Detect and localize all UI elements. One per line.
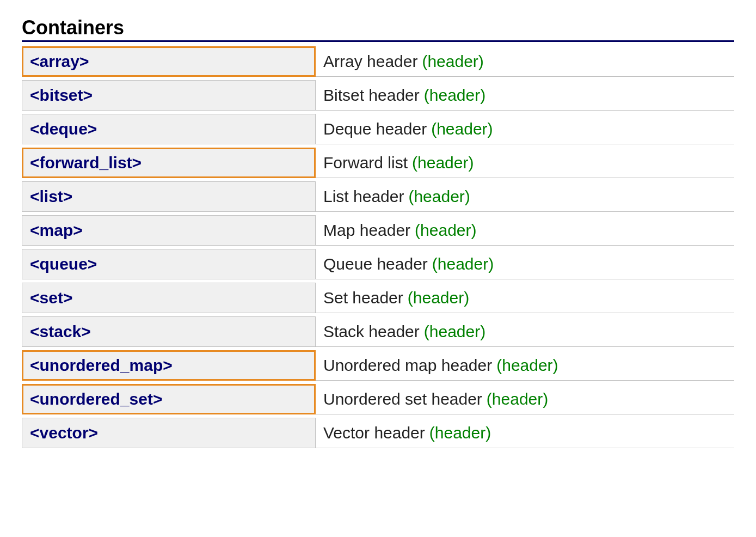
header-name-cell: <queue>: [22, 249, 316, 279]
header-name-cell: <unordered_set>: [22, 384, 316, 414]
table-row: <array>Array header(header): [22, 46, 734, 77]
header-desc-cell: Unordered set header(header): [316, 384, 734, 414]
type-tag: (header): [408, 289, 469, 307]
header-desc: Bitset header: [323, 86, 420, 105]
table-row: <set>Set header(header): [22, 283, 734, 313]
header-link[interactable]: <forward_list>: [30, 154, 142, 172]
header-link[interactable]: <list>: [30, 187, 72, 206]
header-link[interactable]: <bitset>: [30, 86, 93, 105]
header-desc-cell: Queue header(header): [316, 249, 734, 279]
header-desc: Queue header: [323, 255, 428, 273]
header-desc-cell: Deque header(header): [316, 114, 734, 144]
type-tag: (header): [412, 154, 474, 172]
header-desc-cell: Bitset header(header): [316, 80, 734, 111]
table-row: <forward_list>Forward list(header): [22, 148, 734, 178]
type-tag: (header): [415, 221, 476, 240]
header-desc-cell: Unordered map header(header): [316, 350, 734, 381]
type-tag: (header): [408, 187, 470, 206]
type-tag: (header): [431, 120, 493, 138]
header-desc: Set header: [323, 289, 403, 307]
header-desc: List header: [323, 187, 404, 206]
table-row: <map>Map header(header): [22, 215, 734, 246]
table-row: <vector>Vector header(header): [22, 418, 734, 448]
table-row: <deque>Deque header(header): [22, 114, 734, 144]
type-tag: (header): [424, 322, 485, 341]
table-row: <bitset>Bitset header(header): [22, 80, 734, 111]
type-tag: (header): [429, 424, 491, 442]
header-link[interactable]: <set>: [30, 289, 72, 307]
header-link[interactable]: <map>: [30, 221, 83, 240]
header-desc: Forward list: [323, 154, 408, 172]
header-desc-cell: Map header(header): [316, 215, 734, 246]
table-row: <list>List header(header): [22, 181, 734, 212]
header-name-cell: <unordered_map>: [22, 350, 316, 381]
header-desc-cell: Vector header(header): [316, 418, 734, 448]
table-row: <unordered_set>Unordered set header(head…: [22, 384, 734, 414]
header-desc-cell: Set header(header): [316, 283, 734, 313]
header-link[interactable]: <stack>: [30, 322, 91, 341]
header-name-cell: <list>: [22, 181, 316, 212]
type-tag: (header): [496, 356, 558, 375]
type-tag: (header): [432, 255, 494, 273]
header-desc: Vector header: [323, 424, 425, 442]
table-row: <stack>Stack header(header): [22, 316, 734, 347]
header-name-cell: <map>: [22, 215, 316, 246]
table-row: <queue>Queue header(header): [22, 249, 734, 279]
header-link[interactable]: <unordered_map>: [30, 356, 173, 375]
header-link[interactable]: <unordered_set>: [30, 390, 162, 408]
header-desc-cell: Array header(header): [316, 46, 734, 77]
header-desc: Unordered map header: [323, 356, 492, 375]
header-desc-cell: List header(header): [316, 181, 734, 212]
header-desc-cell: Stack header(header): [316, 316, 734, 347]
header-name-cell: <stack>: [22, 316, 316, 347]
header-desc-cell: Forward list(header): [316, 148, 734, 178]
type-tag: (header): [422, 52, 483, 71]
header-desc: Array header: [323, 52, 417, 71]
header-name-cell: <deque>: [22, 114, 316, 144]
header-link[interactable]: <deque>: [30, 120, 97, 138]
header-name-cell: <array>: [22, 46, 316, 77]
header-name-cell: <vector>: [22, 418, 316, 448]
header-name-cell: <forward_list>: [22, 148, 316, 178]
header-link[interactable]: <vector>: [30, 424, 98, 442]
containers-table: <array>Array header(header)<bitset>Bitse…: [22, 46, 734, 448]
section-title: Containers: [22, 16, 734, 42]
header-desc: Stack header: [323, 322, 420, 341]
header-link[interactable]: <array>: [30, 52, 89, 71]
table-row: <unordered_map>Unordered map header(head…: [22, 350, 734, 381]
header-name-cell: <set>: [22, 283, 316, 313]
header-desc: Map header: [323, 221, 410, 240]
type-tag: (header): [424, 86, 485, 105]
header-link[interactable]: <queue>: [30, 255, 97, 273]
header-name-cell: <bitset>: [22, 80, 316, 111]
header-desc: Unordered set header: [323, 390, 482, 408]
type-tag: (header): [487, 390, 548, 408]
header-desc: Deque header: [323, 120, 427, 138]
